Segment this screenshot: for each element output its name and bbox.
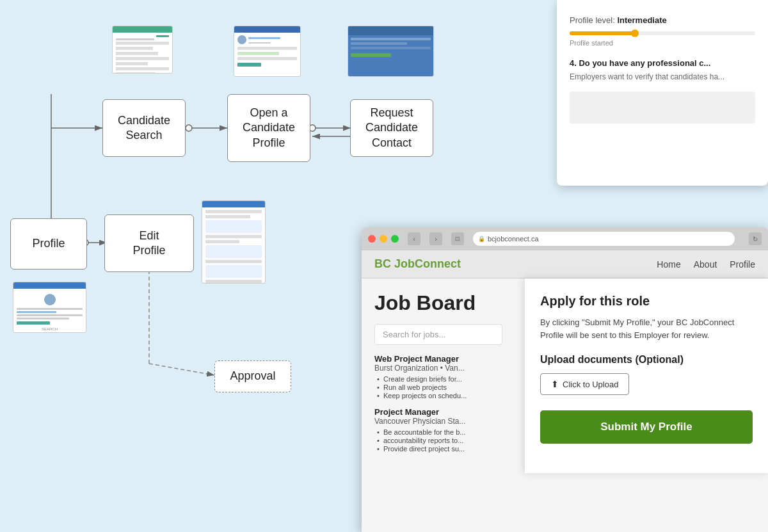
- thumbnail-open-candidate: [234, 26, 301, 77]
- thumbnail-profile: SEARCH: [13, 282, 86, 333]
- traffic-light-green[interactable]: [391, 235, 399, 243]
- candidate-search-box: Candidate Search: [102, 99, 186, 157]
- job-search-bar[interactable]: Search for jobs...: [374, 324, 502, 345]
- thumbnail-edit-profile: [202, 200, 266, 284]
- profile-level-value: Intermediate: [617, 15, 666, 25]
- address-bar[interactable]: 🔒 bcjobconnect.ca: [473, 232, 735, 246]
- request-contact-label: Request Candidate Contact: [365, 106, 418, 150]
- profile-label: Profile: [32, 236, 65, 251]
- address-text: bcjobconnect.ca: [488, 235, 539, 243]
- browser-window: ‹ › ⊡ 🔒 bcjobconnect.ca ↻ BC JobConnect …: [362, 227, 768, 532]
- progress-bar-track: [570, 31, 755, 35]
- profile-level-text: Profile level: Intermediate: [570, 15, 755, 25]
- lock-icon: 🔒: [478, 236, 485, 242]
- candidate-search-label: Candidate Search: [118, 113, 170, 143]
- svg-point-12: [186, 125, 192, 131]
- thumbnail-request-contact: [348, 26, 434, 77]
- profile-sub: Employers want to verify that candidates…: [570, 72, 755, 83]
- back-button[interactable]: ‹: [408, 232, 420, 245]
- site-nav: BC JobConnect Home About Profile: [362, 250, 768, 278]
- profile-question: 4. Do you have any professional c...: [570, 58, 755, 68]
- nav-home[interactable]: Home: [657, 259, 680, 270]
- modal-title: Apply for this role: [540, 294, 753, 309]
- svg-line-10: [149, 364, 214, 375]
- progress-label: Profile started: [570, 39, 755, 47]
- site-body: Job Board Search for jobs... Web Project…: [362, 278, 768, 473]
- window-resize-button[interactable]: ⊡: [451, 232, 464, 245]
- modal-description: By clicking "Submit My Profile," your BC…: [540, 316, 753, 341]
- open-candidate-box: Open a Candidate Profile: [227, 94, 310, 162]
- site-brand: BC JobConnect: [374, 257, 657, 271]
- profile-box: Profile: [10, 218, 87, 270]
- approval-box: Approval: [214, 360, 291, 392]
- progress-bar-fill: [570, 31, 635, 35]
- submit-profile-button[interactable]: Submit My Profile: [540, 410, 753, 444]
- upload-icon: ⬆: [551, 379, 559, 389]
- profile-input-area: [570, 92, 755, 124]
- approval-label: Approval: [230, 369, 275, 383]
- browser-content: BC JobConnect Home About Profile Job Boa…: [362, 250, 768, 532]
- refresh-button[interactable]: ↻: [749, 232, 762, 245]
- open-candidate-label: Open a Candidate Profile: [243, 106, 295, 150]
- profile-panel: Profile level: Intermediate Profile star…: [557, 0, 768, 186]
- nav-profile[interactable]: Profile: [730, 259, 755, 270]
- apply-modal: Apply for this role By clicking "Submit …: [525, 278, 768, 473]
- browser-titlebar: ‹ › ⊡ 🔒 bcjobconnect.ca ↻: [362, 227, 768, 250]
- forward-button[interactable]: ›: [429, 232, 442, 245]
- traffic-light-yellow[interactable]: [380, 235, 387, 243]
- thumbnail-candidate-search: [112, 26, 173, 74]
- traffic-light-red[interactable]: [368, 235, 376, 243]
- progress-dot: [631, 29, 639, 37]
- request-contact-box: Request Candidate Contact: [350, 99, 433, 157]
- upload-button[interactable]: ⬆ Click to Upload: [540, 373, 629, 395]
- upload-btn-label: Click to Upload: [563, 380, 618, 389]
- edit-profile-label: Edit Profile: [132, 229, 165, 259]
- edit-profile-box: Edit Profile: [104, 214, 194, 272]
- site-nav-links: Home About Profile: [657, 259, 755, 270]
- upload-section-title: Upload documents (Optional): [540, 354, 753, 366]
- nav-about[interactable]: About: [694, 259, 717, 270]
- submit-btn-label: Submit My Profile: [600, 421, 692, 433]
